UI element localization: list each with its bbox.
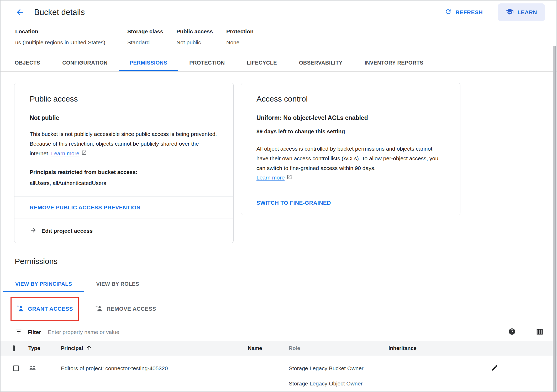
arrow-back-icon [15, 8, 25, 17]
vertical-scrollbar[interactable] [553, 46, 556, 391]
principals-restricted-label: Principals restricted from bucket access… [30, 169, 219, 175]
person-add-icon [16, 304, 24, 314]
summary-field-public-access: Public access Not public [176, 28, 226, 46]
refresh-icon [445, 8, 452, 17]
permissions-section-title: Permissions [15, 257, 556, 266]
learn-label: LEARN [517, 9, 537, 15]
select-all-checkbox[interactable] [13, 345, 15, 351]
column-header-inheritance[interactable]: Inheritance [388, 345, 441, 351]
grant-access-highlight-box: GRANT ACCESS [10, 297, 79, 321]
filter-input[interactable] [48, 329, 508, 335]
field-value: us (multiple regions in United States) [15, 39, 127, 46]
help-icon[interactable] [508, 328, 516, 336]
pencil-icon [491, 364, 498, 373]
graduation-cap-icon [506, 8, 514, 17]
field-value: Not public [176, 39, 226, 46]
app-header: Bucket details REFRESH LEARN [1, 1, 556, 24]
column-header-name[interactable]: Name [248, 345, 289, 351]
access-control-days-left: 89 days left to change this setting [256, 128, 445, 135]
column-header-type[interactable]: Type [28, 345, 61, 351]
tab-view-by-roles[interactable]: VIEW BY ROLES [84, 277, 151, 292]
refresh-label: REFRESH [455, 9, 483, 15]
learn-more-link[interactable]: Learn more [256, 174, 292, 181]
column-header-principal[interactable]: Principal [61, 345, 248, 352]
filter-icon [15, 328, 22, 336]
access-control-mode: Uniform: No object-level ACLs enabled [256, 114, 445, 121]
role-cell: Storage Legacy Object Owner [289, 380, 362, 387]
bucket-summary: Location us (multiple regions in United … [1, 24, 556, 46]
cards-row: Public access Not public This bucket is … [1, 72, 556, 243]
column-display-icon[interactable] [536, 328, 543, 336]
tab-view-by-principals[interactable]: VIEW BY PRINCIPALS [3, 277, 84, 292]
role-cell: Storage Legacy Bucket Owner [289, 365, 364, 372]
tab-protection[interactable]: PROTECTION [178, 55, 236, 71]
tab-permissions[interactable]: PERMISSIONS [119, 55, 178, 71]
external-link-icon [81, 149, 87, 158]
back-button[interactable] [15, 8, 25, 17]
column-header-role[interactable]: Role [289, 345, 388, 351]
tab-observability[interactable]: OBSERVABILITY [288, 55, 354, 71]
filter-row: Filter [1, 324, 556, 341]
vertical-divider [526, 327, 526, 338]
field-value: Standard [127, 39, 176, 46]
tab-configuration[interactable]: CONFIGURATION [51, 55, 119, 71]
learn-more-link[interactable]: Learn more [51, 149, 87, 158]
field-label: Protection [226, 28, 254, 35]
edit-project-access-link[interactable]: Edit project access [14, 219, 233, 243]
public-access-card-title: Public access [30, 94, 219, 103]
page-title: Bucket details [34, 8, 85, 17]
field-label: Location [15, 28, 127, 35]
tab-inventory-reports[interactable]: INVENTORY REPORTS [354, 55, 434, 71]
field-label: Storage class [127, 28, 176, 35]
people-icon [28, 364, 37, 373]
row-checkbox[interactable] [13, 365, 19, 371]
external-link-icon [287, 174, 292, 181]
access-control-card-title: Access control [256, 94, 445, 103]
tab-objects[interactable]: OBJECTS [4, 55, 51, 71]
remove-access-button[interactable]: REMOVE ACCESS [95, 304, 156, 314]
bucket-details-page: Bucket details REFRESH LEARN Location us… [0, 0, 557, 392]
sort-ascending-icon [86, 345, 92, 352]
switch-to-fine-grained-button[interactable]: SWITCH TO FINE-GRAINED [241, 191, 460, 215]
access-actions-row: GRANT ACCESS REMOVE ACCESS [1, 297, 556, 321]
access-control-card: Access control Uniform: No object-level … [241, 83, 460, 215]
access-control-description: All object access is controlled by bucke… [256, 144, 445, 173]
public-access-card: Public access Not public This bucket is … [14, 83, 234, 243]
grant-access-button[interactable]: GRANT ACCESS [16, 304, 73, 314]
table-row-editors: Editors of project: connector-testing-40… [1, 356, 556, 392]
field-label: Public access [176, 28, 226, 35]
principal-cell: Editors of project: connector-testing-40… [61, 365, 168, 372]
edit-row-button[interactable] [491, 364, 498, 373]
public-access-description: This bucket is not publicly accessible s… [30, 129, 219, 158]
remove-public-access-prevention-button[interactable]: REMOVE PUBLIC ACCESS PREVENTION [14, 196, 233, 219]
person-remove-icon [95, 304, 103, 314]
refresh-button[interactable]: REFRESH [445, 8, 483, 17]
main-tab-bar: OBJECTS CONFIGURATION PERMISSIONS PROTEC… [1, 55, 556, 72]
arrow-forward-icon [30, 227, 37, 235]
field-value: None [226, 39, 254, 46]
filter-label: Filter [28, 329, 41, 335]
public-access-status: Not public [30, 114, 219, 121]
tab-lifecycle[interactable]: LIFECYCLE [236, 55, 288, 71]
learn-button[interactable]: LEARN [498, 3, 545, 21]
summary-field-protection: Protection None [226, 28, 254, 46]
summary-field-location: Location us (multiple regions in United … [15, 28, 127, 46]
summary-field-storage-class: Storage class Standard [127, 28, 176, 46]
view-tab-bar: VIEW BY PRINCIPALS VIEW BY ROLES [1, 277, 556, 292]
permissions-table-header: Type Principal Name Role Inheritance [1, 341, 556, 356]
principals-restricted-value: allUsers, allAuthenticatedUsers [30, 180, 219, 186]
